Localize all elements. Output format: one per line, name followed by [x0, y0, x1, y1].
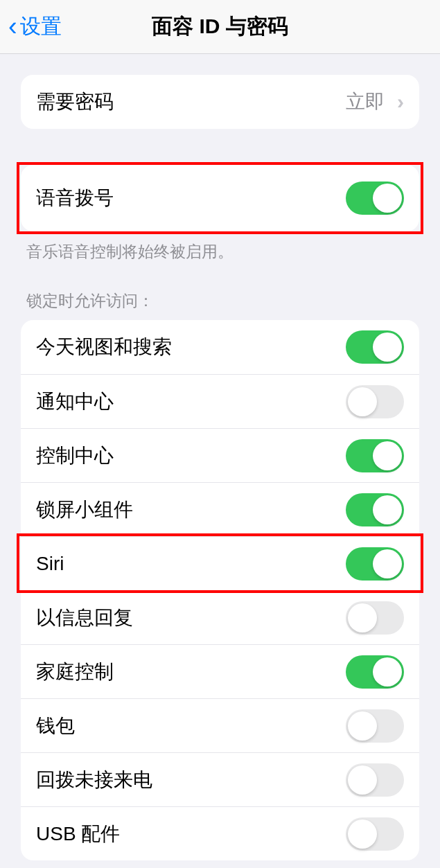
chevron-right-icon: › — [397, 90, 404, 114]
cell-label: 控制中心 — [36, 443, 114, 469]
cell-label: Siri — [36, 553, 64, 575]
toggle-switch[interactable] — [346, 817, 404, 851]
cell-label: 通知中心 — [36, 389, 114, 415]
require-passcode-row[interactable]: 需要密码 立即 › — [21, 75, 419, 129]
cell-value: 立即 — [346, 89, 385, 115]
back-label: 设置 — [20, 12, 62, 41]
toggle-switch[interactable] — [346, 547, 404, 581]
nav-header: ‹ 设置 面容 ID 与密码 — [0, 0, 440, 54]
return-missed-calls-row: 回拨未接来电 — [21, 752, 419, 806]
cell-label: 钱包 — [36, 713, 75, 739]
lock-access-group: 今天视图和搜索通知中心控制中心锁屏小组件Siri以信息回复家庭控制钱包回拨未接来… — [21, 320, 419, 860]
page-title: 面容 ID 与密码 — [0, 12, 440, 41]
siri-row: Siri — [21, 536, 419, 590]
toggle-switch[interactable] — [346, 493, 404, 526]
lock-section-header: 锁定时允许访问： — [26, 290, 414, 312]
cell-label: USB 配件 — [36, 821, 120, 847]
usb-accessories-row: USB 配件 — [21, 806, 419, 860]
cell-label: 锁屏小组件 — [36, 497, 133, 523]
notification-center-row: 通知中心 — [21, 374, 419, 428]
voice-dial-row: 语音拨号 — [21, 165, 419, 231]
cell-label: 语音拨号 — [36, 185, 114, 211]
screen: { "header": { "back_label": "设置", "title… — [0, 0, 440, 868]
toggle-switch[interactable] — [346, 385, 404, 418]
voice-dial-group: 语音拨号 — [21, 165, 419, 231]
cell-label: 回拨未接来电 — [36, 767, 152, 793]
require-passcode-group: 需要密码 立即 › — [21, 75, 419, 129]
toggle-switch[interactable] — [346, 330, 404, 364]
wallet-row: 钱包 — [21, 698, 419, 752]
cell-label: 今天视图和搜索 — [36, 334, 172, 360]
toggle-switch[interactable] — [346, 439, 404, 472]
voice-dial-footer: 音乐语音控制将始终被启用。 — [26, 241, 414, 263]
voice-dial-toggle[interactable] — [346, 181, 404, 215]
lockscreen-widgets-row: 锁屏小组件 — [21, 482, 419, 536]
control-center-row: 控制中心 — [21, 428, 419, 482]
reply-with-message-row: 以信息回复 — [21, 590, 419, 644]
toggle-switch[interactable] — [346, 601, 404, 635]
back-button[interactable]: ‹ 设置 — [8, 12, 62, 42]
toggle-switch[interactable] — [346, 709, 404, 743]
toggle-switch[interactable] — [346, 655, 404, 689]
home-control-row: 家庭控制 — [21, 644, 419, 698]
cell-label: 需要密码 — [36, 89, 114, 115]
cell-right: 立即 › — [346, 89, 404, 115]
cell-label: 以信息回复 — [36, 605, 133, 631]
toggle-switch[interactable] — [346, 763, 404, 797]
today-view-row: 今天视图和搜索 — [21, 320, 419, 374]
cell-label: 家庭控制 — [36, 659, 114, 685]
chevron-left-icon: ‹ — [8, 12, 17, 42]
